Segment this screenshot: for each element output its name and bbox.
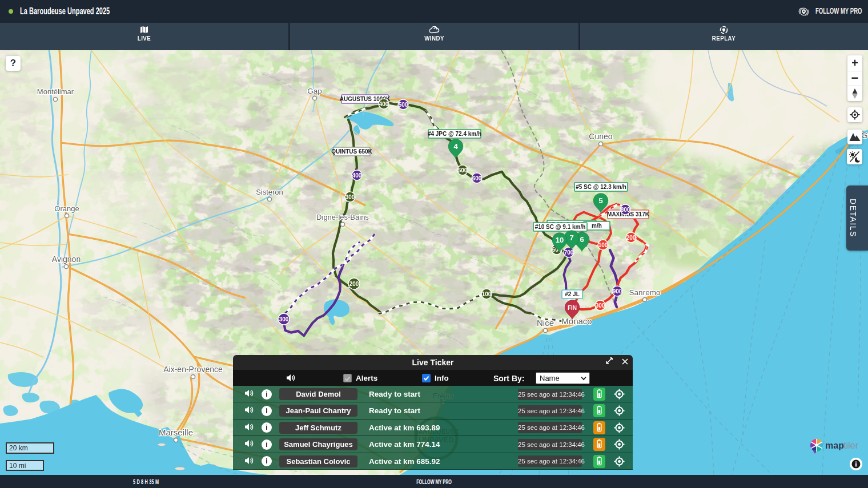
svg-text:100: 100 (598, 242, 608, 248)
svg-text:4: 4 (453, 142, 458, 151)
svg-text:100: 100 (482, 291, 492, 297)
svg-text:QUINTUS 650K: QUINTUS 650K (331, 148, 372, 155)
svg-text:6: 6 (580, 235, 584, 244)
svg-text:800: 800 (621, 207, 630, 213)
svg-text:Sisteron: Sisteron (256, 188, 283, 196)
svg-text:#5 SC @ 12.3 km/h: #5 SC @ 12.3 km/h (576, 184, 626, 190)
svg-text:Digne-les-Bains: Digne-les-Bains (316, 213, 369, 221)
svg-text:7: 7 (569, 233, 573, 242)
svg-text:FIN: FIN (568, 305, 577, 311)
svg-text:Orange: Orange (54, 204, 79, 213)
svg-text:map: map (825, 441, 844, 450)
svg-text:tiler: tiler (843, 441, 858, 450)
svg-text:300: 300 (279, 316, 289, 322)
svg-text:#2 JL: #2 JL (565, 291, 580, 297)
svg-text:#4 JPC @ 72.4 km/h: #4 JPC @ 72.4 km/h (428, 131, 481, 137)
svg-text:500: 500 (399, 102, 408, 108)
svg-text:Marseille: Marseille (159, 427, 193, 437)
svg-text:200: 200 (626, 235, 636, 241)
svg-text:10: 10 (556, 236, 564, 244)
svg-text:Avignon: Avignon (52, 255, 81, 264)
svg-text:Nice: Nice (537, 318, 554, 328)
svg-text:600: 600 (472, 175, 482, 182)
svg-text:300: 300 (596, 303, 605, 309)
svg-text:5: 5 (598, 196, 602, 205)
svg-text:900: 900 (613, 288, 622, 295)
svg-text:400: 400 (352, 172, 362, 179)
svg-text:m/h: m/h (592, 223, 602, 229)
svg-text:Cuneo: Cuneo (589, 132, 612, 141)
svg-text:Montélimar: Montélimar (37, 87, 74, 96)
svg-text:#10 SC @ 9.1 km/h: #10 SC @ 9.1 km/h (535, 224, 586, 230)
svg-text:500: 500 (458, 167, 468, 174)
svg-text:Sanremo: Sanremo (629, 288, 661, 297)
svg-text:Aix-en-Provence: Aix-en-Provence (163, 365, 223, 374)
svg-text:200: 200 (349, 281, 359, 287)
svg-text:700: 700 (564, 249, 574, 256)
svg-text:Monaco: Monaco (561, 316, 592, 326)
svg-text:Gap: Gap (307, 87, 322, 95)
svg-text:300: 300 (345, 194, 355, 200)
svg-text:400: 400 (379, 101, 389, 107)
